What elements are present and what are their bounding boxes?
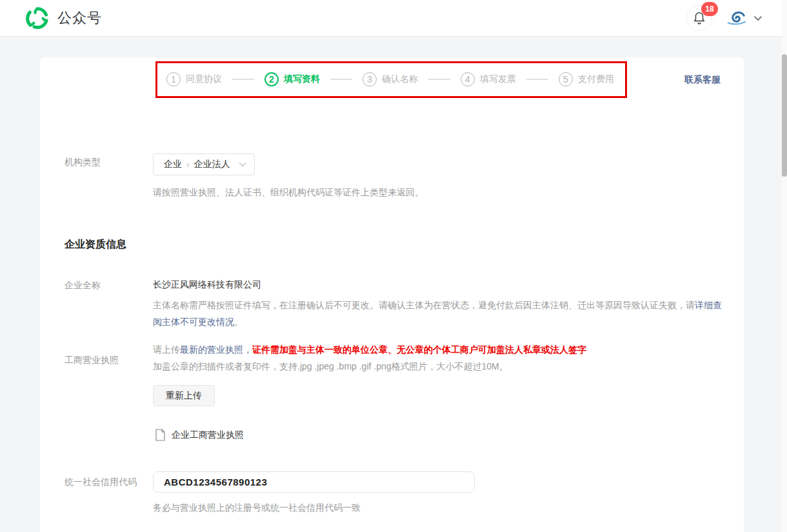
step-number: 1 bbox=[166, 72, 181, 86]
user-avatar[interactable] bbox=[726, 10, 747, 26]
license-stamp-warning: 证件需加盖与主体一致的单位公章、无公章的个体工商户可加盖法人私章或法人签字 bbox=[252, 344, 586, 355]
top-bar: 公众号 18 bbox=[0, 0, 787, 37]
step-connector bbox=[330, 79, 352, 80]
step-agree-agreement: 1 同意协议 bbox=[166, 72, 222, 86]
step-number: 5 bbox=[559, 72, 573, 86]
official-account-logo-icon bbox=[26, 6, 49, 30]
credit-code-hint: 务必与营业执照上的注册号或统一社会信用代码一致 bbox=[153, 502, 361, 514]
step-connector bbox=[526, 79, 548, 80]
org-type-value-sub: 企业法人 bbox=[194, 159, 230, 170]
dropdown-chevron-down-icon bbox=[239, 162, 246, 167]
step-pay-fee: 5 支付费用 bbox=[559, 72, 614, 86]
org-type-hint: 请按照营业执照、法人证书、组织机构代码证等证件上类型来返回。 bbox=[153, 187, 424, 199]
latest-license-link[interactable]: 最新的营业执照 bbox=[180, 344, 243, 355]
section-title-qualification: 企业资质信息 bbox=[65, 238, 126, 251]
uploaded-file-name: 企业工商营业执照 bbox=[172, 429, 244, 441]
step-wizard: 1 同意协议 2 填写资料 3 确认名称 4 填写发票 5 支付费用 bbox=[166, 63, 614, 96]
step-fill-info-active: 2 填写资料 bbox=[264, 72, 320, 86]
brand-title: 公众号 bbox=[57, 8, 102, 28]
step-label: 填写发票 bbox=[480, 74, 516, 85]
account-menu-chevron-down-icon[interactable] bbox=[753, 15, 762, 21]
company-name-label: 企业全称 bbox=[65, 280, 101, 291]
step-number: 3 bbox=[363, 72, 377, 86]
business-license-instructions: 请上传最新的营业执照，证件需加盖与主体一致的单位公章、无公章的个体工商户可加盖法… bbox=[153, 341, 733, 375]
org-type-value-main: 企业 bbox=[164, 159, 182, 170]
step-label: 支付费用 bbox=[578, 74, 614, 85]
step-connector bbox=[232, 79, 254, 80]
notification-bell-button[interactable]: 18 bbox=[686, 5, 712, 31]
step-confirm-name: 3 确认名称 bbox=[363, 72, 418, 86]
account-area: 18 bbox=[686, 5, 762, 31]
step-label: 同意协议 bbox=[186, 74, 222, 85]
company-hint-text: 主体名称需严格按照证件填写，在注册确认后不可更改。请确认主体为在营状态，避免付款… bbox=[153, 300, 695, 310]
org-type-label: 机构类型 bbox=[65, 157, 101, 168]
license-comma: ， bbox=[243, 344, 252, 355]
step-fill-invoice: 4 填写发票 bbox=[461, 72, 516, 86]
document-file-icon bbox=[155, 429, 165, 441]
step-connector bbox=[428, 79, 450, 80]
scrollbar-track bbox=[782, 0, 787, 532]
uploaded-file-item[interactable]: 企业工商营业执照 bbox=[155, 429, 244, 441]
scrollbar-thumb[interactable] bbox=[782, 54, 787, 177]
license-format-hint: 加盖公章的扫描件或者复印件，支持.jpg .jpeg .bmp .gif .pn… bbox=[153, 361, 508, 371]
step-number: 4 bbox=[461, 72, 475, 86]
step-label: 填写资料 bbox=[284, 74, 320, 85]
credit-code-input[interactable] bbox=[153, 471, 475, 493]
reupload-button[interactable]: 重新上传 bbox=[153, 385, 215, 406]
company-name-hint: 主体名称需严格按照证件填写，在注册确认后不可更改。请确认主体为在营状态，避免付款… bbox=[153, 297, 724, 330]
license-hint-prefix: 请上传 bbox=[153, 344, 180, 355]
step-label: 确认名称 bbox=[382, 74, 418, 85]
step-number: 2 bbox=[264, 72, 279, 86]
notification-count-badge: 18 bbox=[701, 2, 718, 16]
company-hint-period: 。 bbox=[234, 317, 243, 327]
business-license-label: 工商营业执照 bbox=[65, 355, 119, 366]
registration-card: 1 同意协议 2 填写资料 3 确认名称 4 填写发票 5 支付费用 联系客服 … bbox=[40, 57, 744, 532]
brand-logo[interactable]: 公众号 bbox=[26, 6, 102, 30]
contact-support-link[interactable]: 联系客服 bbox=[684, 74, 721, 86]
company-name-value: 长沙正风网络科技有限公司 bbox=[153, 279, 261, 291]
credit-code-label: 统一社会信用代码 bbox=[65, 477, 137, 488]
chevron-right-separator-icon: › bbox=[186, 159, 190, 170]
org-type-select[interactable]: 企业 › 企业法人 bbox=[153, 153, 255, 175]
